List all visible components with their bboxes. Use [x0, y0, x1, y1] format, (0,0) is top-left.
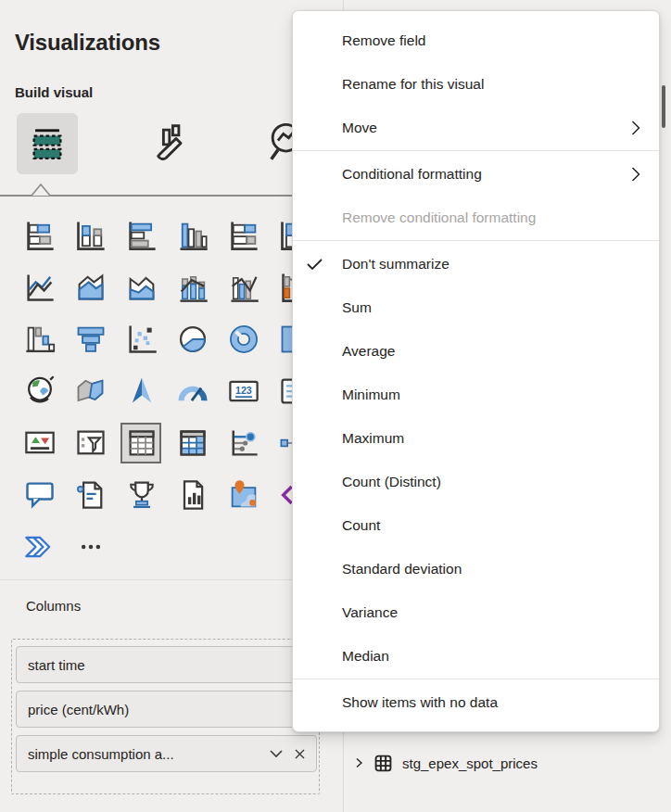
funnel-chart-icon [74, 323, 108, 356]
kpi-icon [23, 426, 57, 460]
menu-item-show-items-with-no-data[interactable]: Show items with no data [293, 680, 659, 724]
tab-build-visual[interactable] [17, 113, 78, 174]
menu-item-label: Move [342, 120, 377, 136]
visual-stacked-column-chart-button[interactable] [65, 209, 116, 261]
qa-icon [23, 478, 57, 512]
columns-drop-zone[interactable]: start timeprice (cent/kWh)simple consump… [11, 639, 320, 794]
visual-table-button[interactable] [116, 417, 167, 469]
visual-clustered-column-chart-button[interactable] [167, 209, 218, 261]
power-automate-icon [23, 530, 57, 564]
visual-matrix-button[interactable] [167, 417, 218, 469]
tab-format-visual[interactable] [141, 113, 202, 174]
field-pill-start-time[interactable]: start time [16, 646, 317, 683]
menu-item-label: Median [342, 648, 389, 665]
arcgis-map-icon [227, 478, 260, 512]
menu-item-label: Average [342, 343, 395, 360]
menu-item-minimum[interactable]: Minimum [293, 373, 659, 416]
visual-azure-map-button[interactable] [116, 365, 167, 417]
visual-kpi-button[interactable] [14, 417, 65, 469]
menu-item-standard-deviation[interactable]: Standard deviation [293, 547, 659, 590]
expand-chevron-icon[interactable] [354, 757, 364, 768]
build-visual-icon [26, 121, 69, 167]
visual-area-chart-button[interactable] [65, 261, 116, 313]
visual-donut-chart-button[interactable] [218, 313, 269, 365]
menu-separator [293, 679, 659, 679]
menu-item-average[interactable]: Average [293, 329, 659, 373]
visual-line-and-clustered-column-chart-button[interactable] [218, 261, 269, 313]
visual-pie-chart-button[interactable] [167, 313, 218, 365]
data-pane-scrollbar-thumb[interactable] [662, 85, 665, 128]
visual-card-button[interactable]: 123 [218, 365, 269, 417]
line-chart-icon [23, 271, 57, 304]
slicer-icon [74, 426, 108, 460]
card-icon: 123 [227, 374, 260, 408]
visual-smart-narrative-button[interactable] [65, 469, 116, 521]
scatter-chart-icon [125, 323, 158, 356]
visual-metrics-button[interactable] [116, 469, 167, 521]
data-table-row-stg-epex-spot-prices[interactable]: stg_epex_spot_prices [354, 744, 538, 781]
menu-item-remove-conditional-formatting: Remove conditional formatting [293, 196, 659, 239]
smart-narrative-icon [74, 478, 108, 512]
menu-separator [293, 150, 659, 151]
visual-waterfall-chart-button[interactable] [14, 313, 65, 365]
menu-item-maximum[interactable]: Maximum [293, 416, 659, 460]
visual-gallery: 123 [14, 209, 320, 573]
visual-gauge-button[interactable] [167, 365, 218, 417]
menu-item-rename-for-this-visual[interactable]: Rename for this visual [293, 62, 659, 106]
visual-line-and-stacked-column-chart-button[interactable] [167, 261, 218, 313]
chevron-down-icon[interactable] [270, 750, 283, 758]
visual-power-automate-button[interactable] [14, 521, 65, 573]
stacked-bar-chart-icon [23, 219, 57, 252]
visual-filled-map-button[interactable] [65, 365, 116, 417]
remove-field-icon[interactable] [295, 749, 305, 759]
clustered-column-chart-icon [176, 219, 209, 252]
menu-item-count[interactable]: Count [293, 503, 659, 547]
menu-item-move[interactable]: Move [293, 106, 659, 149]
visual-funnel-chart-button[interactable] [65, 313, 116, 365]
menu-item-don-t-summarize[interactable]: Don't summarize [293, 242, 659, 285]
field-pill-simple-consumption-a[interactable]: simple consumption a... [16, 735, 317, 772]
visual-more-visuals-button[interactable] [65, 521, 116, 573]
menu-item-sum[interactable]: Sum [293, 285, 659, 329]
visual-qa-button[interactable] [14, 469, 65, 521]
menu-item-remove-field[interactable]: Remove field [293, 19, 659, 62]
stacked-area-chart-icon [125, 271, 158, 304]
visual-scatter-chart-button[interactable] [116, 313, 167, 365]
field-pill-label: price (cent/kWh) [28, 702, 280, 717]
menu-item-label: Count (Distinct) [342, 474, 441, 490]
visual-line-chart-button[interactable] [14, 261, 65, 313]
submenu-chevron-icon [631, 121, 640, 135]
data-pane-tables: stg_epex_spot_prices [354, 744, 538, 781]
table-icon [125, 426, 158, 460]
submenu-chevron-icon [631, 167, 640, 182]
visual-map-button[interactable] [14, 365, 65, 417]
menu-item-variance[interactable]: Variance [293, 590, 659, 634]
pie-chart-icon [176, 323, 209, 356]
visual-key-influencers-button[interactable] [218, 417, 269, 469]
line-and-clustered-column-chart-icon [227, 271, 260, 304]
metrics-icon [125, 478, 158, 512]
visual-hundred-stacked-bar-chart-button[interactable] [218, 209, 269, 261]
visual-arcgis-map-button[interactable] [218, 469, 269, 521]
waterfall-chart-icon [23, 323, 57, 356]
visual-clustered-bar-chart-button[interactable] [116, 209, 167, 261]
menu-item-label: Rename for this visual [342, 76, 484, 93]
selected-tab-caret [24, 182, 57, 200]
menu-item-count-distinct[interactable]: Count (Distinct) [293, 460, 659, 503]
menu-item-label: Maximum [342, 430, 404, 447]
menu-item-label: Remove conditional formatting [342, 209, 536, 226]
visual-slicer-button[interactable] [65, 417, 116, 469]
visual-stacked-bar-chart-button[interactable] [14, 209, 65, 261]
menu-item-label: Count [342, 517, 380, 534]
menu-item-label: Show items with no data [342, 694, 498, 711]
map-icon [23, 374, 57, 408]
area-chart-icon [74, 271, 108, 304]
visual-paginated-report-button[interactable] [167, 469, 218, 521]
azure-map-icon [125, 374, 158, 408]
menu-item-median[interactable]: Median [293, 634, 659, 678]
field-pill-price-cent-kwh[interactable]: price (cent/kWh) [16, 691, 317, 728]
menu-item-label: Sum [342, 299, 372, 316]
menu-item-conditional-formatting[interactable]: Conditional formatting [293, 152, 659, 196]
visual-stacked-area-chart-button[interactable] [116, 261, 167, 313]
field-context-menu: Remove fieldRename for this visualMoveCo… [292, 10, 660, 732]
